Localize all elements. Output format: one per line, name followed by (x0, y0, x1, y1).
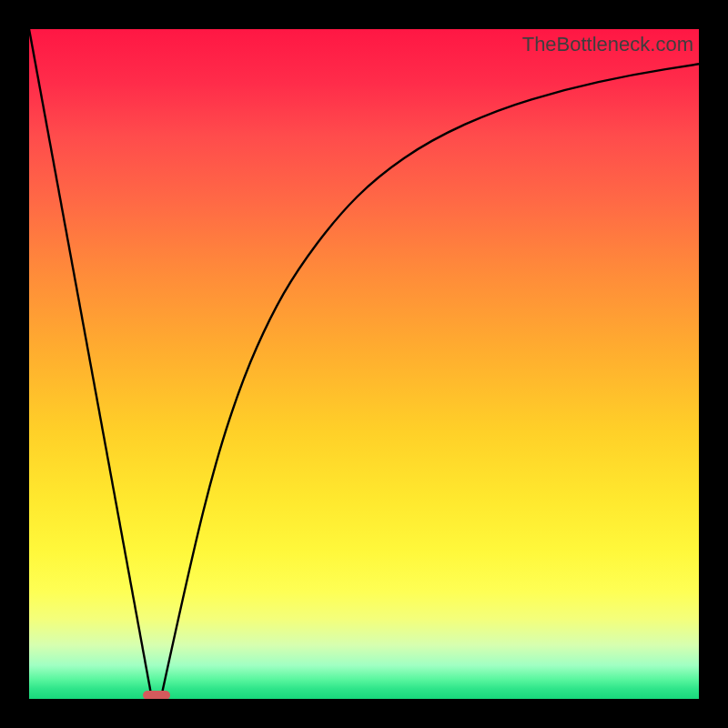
left-line (29, 29, 152, 698)
frame-border-bottom (0, 699, 728, 728)
frame-border-right (699, 0, 728, 728)
frame-border-top (0, 0, 728, 29)
chart-frame: TheBottleneck.com (0, 0, 728, 728)
optimum-marker (143, 691, 169, 699)
plot-area: TheBottleneck.com (29, 29, 699, 699)
chart-curves-svg (29, 29, 699, 699)
right-curve (161, 64, 699, 697)
frame-border-left (0, 0, 29, 728)
